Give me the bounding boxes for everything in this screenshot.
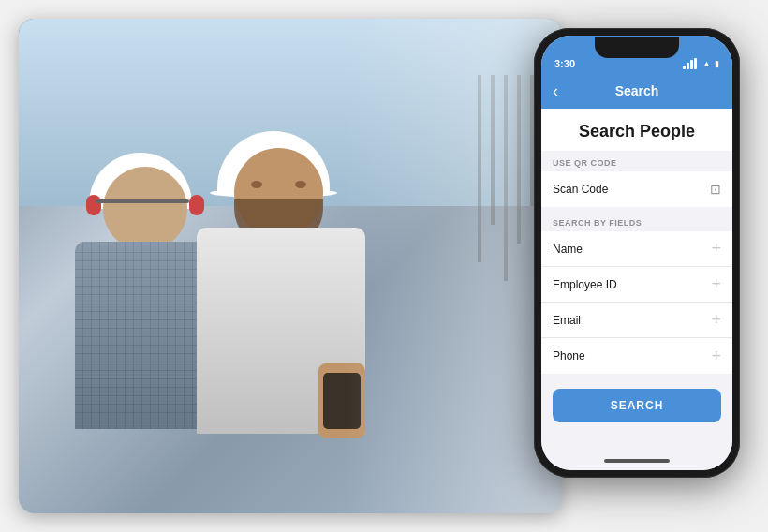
signal-icon: [683, 58, 697, 69]
nav-bar: ‹ Search: [541, 73, 732, 109]
status-icons: ▲ ▮: [683, 58, 719, 69]
battery-icon: ▮: [715, 59, 719, 68]
fields-section-label: SEARCH BY FIELDS: [541, 211, 732, 231]
fields-section: SEARCH BY FIELDS Name + Employee ID +: [541, 211, 732, 374]
employee-id-plus-icon[interactable]: +: [711, 274, 721, 294]
name-row[interactable]: Name +: [541, 231, 732, 267]
qr-section-label: USE QR CODE: [541, 151, 732, 171]
background-photo: [19, 19, 562, 513]
phone-label: Phone: [553, 349, 711, 362]
home-indicator: [604, 459, 670, 463]
wifi-icon: ▲: [702, 59, 711, 68]
phone-mockup: 3:30 ▲ ▮ ‹ Search: [534, 28, 740, 478]
scene: 3:30 ▲ ▮ ‹ Search: [0, 0, 768, 532]
employee-id-label: Employee ID: [553, 278, 711, 291]
nav-title: Search: [615, 83, 659, 98]
qr-section-border: Scan Code ⊡: [541, 171, 732, 207]
phone-row[interactable]: Phone +: [541, 338, 732, 374]
email-plus-icon[interactable]: +: [711, 310, 721, 330]
phone-notch: [595, 37, 679, 58]
page-title: Search People: [541, 109, 732, 151]
search-button[interactable]: SEARCH: [553, 389, 721, 422]
phone-screen: 3:30 ▲ ▮ ‹ Search: [541, 36, 732, 470]
scan-code-label: Scan Code: [553, 183, 710, 196]
scan-code-row[interactable]: Scan Code ⊡: [541, 171, 732, 207]
status-time: 3:30: [554, 58, 575, 69]
screen-content: Search People USE QR CODE Scan Code ⊡: [541, 109, 732, 470]
email-row[interactable]: Email +: [541, 303, 732, 338]
fields-section-border: Name + Employee ID + Email +: [541, 231, 732, 374]
name-plus-icon[interactable]: +: [711, 239, 721, 259]
employee-id-row[interactable]: Employee ID +: [541, 267, 732, 303]
qr-section: USE QR CODE Scan Code ⊡: [541, 151, 732, 207]
email-label: Email: [553, 314, 711, 327]
name-label: Name: [553, 243, 711, 256]
camera-icon: ⊡: [710, 182, 721, 197]
phone-plus-icon[interactable]: +: [711, 347, 721, 366]
back-button[interactable]: ‹: [553, 81, 558, 101]
